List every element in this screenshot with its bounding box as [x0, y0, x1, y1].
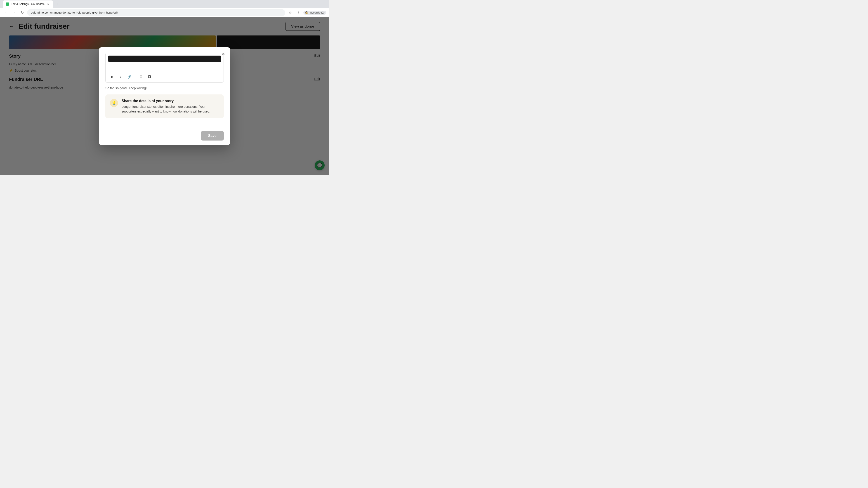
editor-text-highlight: [108, 56, 221, 62]
new-tab-button[interactable]: +: [54, 1, 60, 7]
modal-footer: Save: [99, 128, 230, 145]
incognito-icon: 🕵: [305, 11, 309, 14]
feedback-text: So far, so good. Keep writing!: [105, 86, 224, 90]
link-icon: 🔗: [127, 75, 131, 78]
back-nav-btn[interactable]: ←: [3, 9, 9, 16]
image-button[interactable]: 🖼: [146, 73, 153, 80]
tip-icon: 💡: [110, 99, 118, 107]
tab-bar: Edit & Settings - GoFundMe ✕ +: [0, 0, 329, 8]
bookmark-btn[interactable]: ☆: [287, 9, 293, 16]
tip-title: Share the details of your story: [122, 99, 219, 103]
toolbar-sep: [135, 74, 135, 79]
address-bar: ← → ↻ ☆ ⋮ 🕵 Incognito (2): [0, 8, 329, 17]
active-tab[interactable]: Edit & Settings - GoFundMe ✕: [3, 0, 53, 8]
modal-close-button[interactable]: ✕: [220, 51, 227, 58]
url-input[interactable]: [27, 9, 285, 16]
italic-button[interactable]: I: [117, 73, 125, 80]
edit-story-modal: ✕ B I 🔗: [99, 47, 230, 145]
forward-nav-btn[interactable]: →: [11, 9, 17, 16]
editor-content[interactable]: [105, 53, 223, 71]
tab-close-btn[interactable]: ✕: [46, 2, 50, 6]
tip-content: Share the details of your story Longer f…: [122, 99, 219, 114]
story-editor: B I 🔗 ☰ 🖼: [105, 53, 224, 83]
page-content: ← Edit fundraiser View as donor Story Ed…: [0, 17, 329, 175]
incognito-badge: 🕵 Incognito (2): [303, 11, 327, 15]
incognito-label: Incognito (2): [309, 11, 324, 14]
modal-body: B I 🔗 ☰ 🖼: [99, 47, 230, 128]
link-button[interactable]: 🔗: [125, 73, 133, 80]
editor-toolbar: B I 🔗 ☰ 🖼: [105, 71, 223, 83]
tip-box: 💡 Share the details of your story Longer…: [105, 94, 224, 119]
list-button[interactable]: ☰: [137, 73, 145, 80]
browser-chrome: Edit & Settings - GoFundMe ✕ + ← → ↻ ☆ ⋮…: [0, 0, 329, 17]
modal-overlay[interactable]: ✕ B I 🔗: [0, 17, 329, 175]
reload-btn[interactable]: ↻: [19, 9, 25, 16]
tab-label: Edit & Settings - GoFundMe: [11, 2, 44, 6]
browser-menu-btn[interactable]: ⋮: [295, 9, 302, 16]
save-button[interactable]: Save: [201, 131, 224, 140]
bold-button[interactable]: B: [108, 73, 116, 80]
image-icon: 🖼: [148, 75, 151, 78]
tip-body: Longer fundraiser stories often inspire …: [122, 104, 219, 114]
list-icon: ☰: [140, 75, 143, 78]
tab-favicon: [6, 2, 9, 6]
